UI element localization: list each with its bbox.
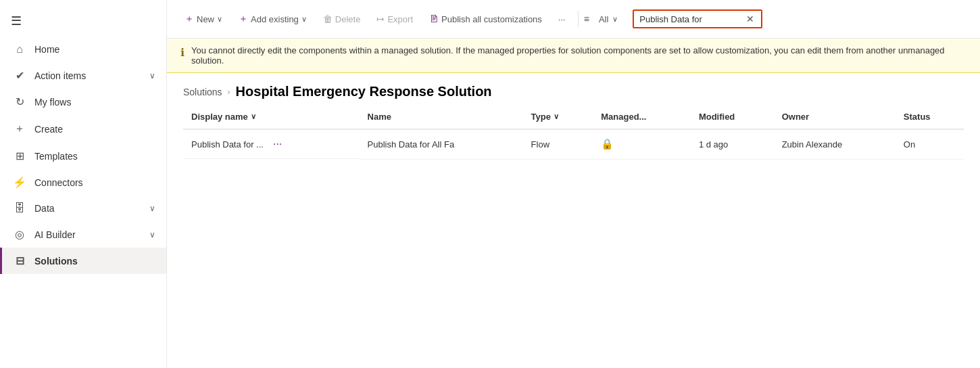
cell-name: Publish Data for All Fa — [360, 129, 523, 159]
ai-builder-icon: ◎ — [13, 228, 26, 241]
sidebar-item-ai-builder-label: AI Builder — [34, 229, 76, 240]
cell-owner: Zubin Alexande — [774, 129, 896, 159]
filter-group: ≡ All ∨ — [584, 11, 625, 28]
row-name-text: Publish Data for All Fa — [368, 139, 455, 150]
hamburger-menu-icon[interactable]: ☰ — [0, 5, 166, 37]
add-existing-plus-icon: ＋ — [239, 13, 248, 25]
sidebar-item-home[interactable]: ⌂ Home — [0, 37, 166, 62]
sidebar-item-data[interactable]: 🗄 Data ∨ — [0, 196, 166, 221]
sidebar-item-create[interactable]: ＋ Create — [0, 115, 166, 143]
col-owner[interactable]: Owner — [774, 105, 896, 129]
export-button[interactable]: ↦ Export — [370, 9, 420, 28]
breadcrumb-separator-icon: › — [228, 87, 230, 97]
cell-managed: 🔒 — [593, 129, 691, 159]
delete-label: Delete — [335, 14, 361, 24]
sidebar-item-action-items[interactable]: ✔ Action items ∨ — [0, 62, 166, 89]
col-modified[interactable]: Modified — [691, 105, 774, 129]
filter-chevron-icon: ∨ — [612, 15, 618, 24]
sidebar-item-ai-builder[interactable]: ◎ AI Builder ∨ — [0, 221, 166, 248]
cell-type: Flow — [523, 129, 593, 159]
my-flows-icon: ↻ — [13, 95, 26, 108]
sidebar-item-my-flows-label: My flows — [34, 97, 71, 108]
toolbar: ＋ New ∨ ＋ Add existing ∨ 🗑 Delete ↦ Expo… — [167, 0, 980, 39]
home-icon: ⌂ — [13, 43, 26, 55]
new-button[interactable]: ＋ New ∨ — [178, 9, 229, 29]
row-context-menu-button[interactable]: ··· — [269, 137, 286, 152]
table-body: Publish Data for ... ··· Publish Data fo… — [183, 129, 964, 159]
action-items-icon: ✔ — [13, 69, 26, 82]
sidebar-item-templates-label: Templates — [34, 151, 78, 162]
connectors-icon: ⚡ — [13, 176, 26, 189]
delete-icon: 🗑 — [323, 14, 333, 24]
create-icon: ＋ — [13, 122, 26, 136]
sidebar-item-templates[interactable]: ⊞ Templates — [0, 143, 166, 169]
breadcrumb-current-title: Hospital Emergency Response Solution — [236, 84, 492, 99]
breadcrumb-solutions-link[interactable]: Solutions — [183, 87, 222, 97]
add-existing-button[interactable]: ＋ Add existing ∨ — [232, 9, 314, 29]
table-header: Display name ∨ Name Type ∨ — [183, 105, 964, 129]
search-clear-button[interactable]: ✕ — [745, 14, 756, 24]
cell-status: On — [896, 129, 964, 159]
sidebar-item-solutions[interactable]: ⊟ Solutions — [0, 248, 166, 274]
row-owner-text: Zubin Alexande — [782, 139, 843, 150]
sidebar-item-connectors-label: Connectors — [34, 177, 83, 188]
action-items-chevron-icon: ∨ — [149, 71, 155, 80]
col-managed-label: Managed... — [601, 112, 646, 122]
type-sort-icon: ∨ — [554, 112, 559, 121]
main-content: ＋ New ∨ ＋ Add existing ∨ 🗑 Delete ↦ Expo… — [167, 0, 980, 368]
more-actions-button[interactable]: ··· — [552, 10, 572, 28]
col-type-label: Type — [531, 112, 551, 122]
display-name-sort-icon: ∨ — [251, 112, 256, 121]
publish-all-icon: 🖹 — [429, 14, 439, 24]
sidebar-item-my-flows[interactable]: ↻ My flows — [0, 89, 166, 115]
toolbar-divider — [578, 11, 579, 27]
cell-modified: 1 d ago — [691, 129, 774, 159]
col-owner-label: Owner — [782, 112, 809, 122]
row-type-text: Flow — [531, 139, 549, 150]
warning-banner: ℹ You cannot directly edit the component… — [167, 39, 980, 73]
col-modified-label: Modified — [699, 112, 735, 122]
col-name-label: Name — [368, 112, 391, 122]
data-chevron-icon: ∨ — [149, 204, 155, 213]
export-icon: ↦ — [376, 14, 385, 24]
filter-lines-icon: ≡ — [584, 14, 589, 24]
sidebar-item-create-label: Create — [34, 124, 63, 135]
info-icon: ℹ — [180, 46, 185, 59]
sidebar-item-data-label: Data — [34, 203, 55, 214]
search-input[interactable] — [639, 14, 741, 24]
new-chevron-icon: ∨ — [217, 15, 222, 24]
col-status[interactable]: Status — [896, 105, 964, 129]
lock-icon: 🔒 — [601, 138, 614, 150]
more-actions-icon: ··· — [558, 14, 566, 24]
solutions-icon: ⊟ — [13, 254, 26, 267]
breadcrumb: Solutions › Hospital Emergency Response … — [167, 73, 980, 105]
row-modified-text: 1 d ago — [699, 139, 728, 150]
search-box[interactable]: ✕ — [633, 9, 762, 28]
solutions-table: Display name ∨ Name Type ∨ — [183, 105, 964, 160]
col-display-name[interactable]: Display name ∨ — [183, 105, 360, 129]
row-display-name-text: Publish Data for ... — [191, 139, 264, 150]
publish-all-button[interactable]: 🖹 Publish all customizations — [422, 9, 549, 28]
publish-all-label: Publish all customizations — [441, 14, 542, 24]
add-existing-label: Add existing — [251, 14, 299, 24]
delete-button[interactable]: 🗑 Delete — [316, 9, 368, 28]
table-row: Publish Data for ... ··· Publish Data fo… — [183, 129, 964, 159]
new-plus-icon: ＋ — [185, 13, 194, 25]
sidebar-item-home-label: Home — [34, 44, 59, 55]
row-status-text: On — [904, 139, 915, 150]
add-existing-chevron-icon: ∨ — [301, 15, 307, 24]
ai-builder-chevron-icon: ∨ — [149, 230, 155, 239]
warning-text: You cannot directly edit the components … — [191, 45, 966, 66]
templates-icon: ⊞ — [13, 150, 26, 162]
sidebar-item-solutions-label: Solutions — [34, 256, 78, 267]
col-managed[interactable]: Managed... — [593, 105, 691, 129]
export-label: Export — [387, 14, 413, 24]
sidebar-item-connectors[interactable]: ⚡ Connectors — [0, 169, 166, 196]
filter-all-button[interactable]: All ∨ — [592, 11, 624, 28]
col-display-name-label: Display name — [191, 112, 248, 122]
cell-display-name: Publish Data for ... ··· — [183, 130, 360, 159]
col-name[interactable]: Name — [360, 105, 523, 129]
data-icon: 🗄 — [13, 202, 26, 214]
col-type[interactable]: Type ∨ — [523, 105, 593, 129]
sidebar-item-action-items-label: Action items — [34, 70, 86, 81]
